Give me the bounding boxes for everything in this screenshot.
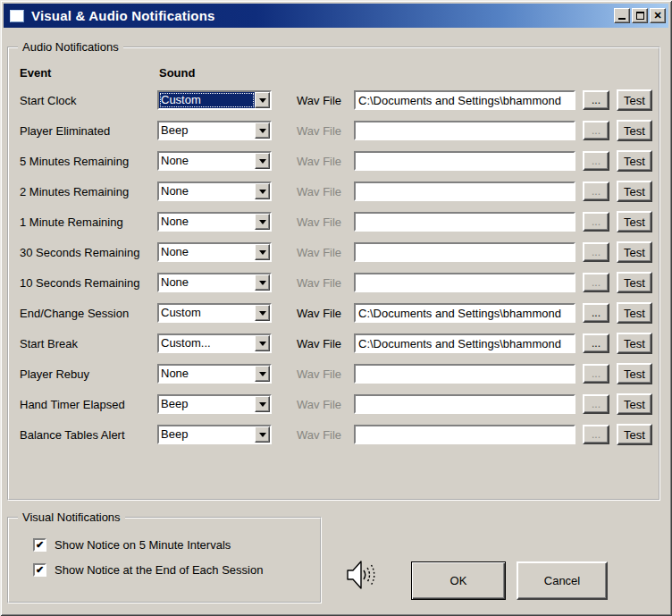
wav-file-label: Wav File xyxy=(297,337,354,350)
chevron-down-icon[interactable] xyxy=(255,426,270,443)
chevron-down-icon[interactable] xyxy=(255,335,270,351)
wav-file-label: Wav File xyxy=(297,428,354,442)
test-button[interactable]: Test xyxy=(617,302,652,324)
wav-file-input[interactable] xyxy=(354,121,575,140)
test-button[interactable]: Test xyxy=(617,120,652,141)
sound-select[interactable]: None xyxy=(157,151,272,171)
test-button[interactable]: Test xyxy=(617,181,652,202)
chevron-down-icon[interactable] xyxy=(255,274,270,291)
wav-file-input[interactable] xyxy=(354,212,575,232)
sound-select[interactable]: None xyxy=(157,242,272,262)
chevron-down-icon[interactable] xyxy=(255,305,270,321)
sound-select-value: None xyxy=(159,183,255,199)
wav-file-input[interactable] xyxy=(354,242,575,262)
sound-select[interactable]: Custom... xyxy=(157,333,272,353)
ok-button[interactable]: OK xyxy=(411,561,506,600)
minimize-button[interactable] xyxy=(614,8,630,23)
sound-select[interactable]: Beep xyxy=(157,394,272,414)
browse-button[interactable]: ... xyxy=(583,333,609,353)
maximize-button[interactable] xyxy=(632,8,648,23)
wav-file-input[interactable] xyxy=(354,181,575,201)
sound-select[interactable]: None xyxy=(157,181,272,201)
wav-file-label: Wav File xyxy=(297,307,354,320)
test-button[interactable]: Test xyxy=(617,333,652,354)
browse-button[interactable]: ... xyxy=(583,273,609,292)
sound-select[interactable]: Custom xyxy=(157,90,272,110)
wav-file-input[interactable] xyxy=(354,303,575,323)
end-session-checkbox[interactable]: ✔ xyxy=(33,563,46,577)
test-button[interactable]: Test xyxy=(617,89,652,111)
wav-file-input[interactable] xyxy=(354,425,575,444)
chevron-down-icon[interactable] xyxy=(255,214,270,230)
wav-file-label: Wav File xyxy=(297,155,354,168)
browse-button[interactable]: ... xyxy=(583,242,609,262)
browse-button[interactable]: ... xyxy=(583,425,609,444)
test-button[interactable]: Test xyxy=(617,424,652,445)
visual-group-legend: Visual Notifications xyxy=(18,511,125,525)
event-label: Player Rebuy xyxy=(20,367,157,381)
cancel-button[interactable]: Cancel xyxy=(517,561,608,600)
wav-file-label: Wav File xyxy=(297,185,354,198)
speaker-icon xyxy=(345,556,381,597)
sound-select[interactable]: Beep xyxy=(157,121,272,140)
sound-select[interactable]: None xyxy=(157,364,272,384)
wav-file-input[interactable] xyxy=(354,364,575,384)
browse-button[interactable]: ... xyxy=(583,212,609,232)
dropdown-arrow-glyph xyxy=(259,250,266,255)
dropdown-arrow-glyph xyxy=(259,281,266,285)
wav-file-label: Wav File xyxy=(297,398,354,411)
event-label: Start Clock xyxy=(20,94,157,107)
test-button[interactable]: Test xyxy=(617,393,652,415)
dropdown-arrow-glyph xyxy=(259,220,266,224)
wav-file-label: Wav File xyxy=(297,276,354,290)
wav-file-input[interactable] xyxy=(354,394,575,414)
title-bar[interactable]: Visual & Audio Notifications ✕ xyxy=(4,4,668,28)
sound-select[interactable]: Custom xyxy=(157,303,272,323)
test-button[interactable]: Test xyxy=(617,363,652,384)
chevron-down-icon[interactable] xyxy=(255,92,270,108)
browse-button[interactable]: ... xyxy=(583,181,609,201)
wav-file-input[interactable] xyxy=(354,273,575,292)
sound-select-value: None xyxy=(159,153,255,169)
chevron-down-icon[interactable] xyxy=(255,183,270,199)
wav-file-label: Wav File xyxy=(297,246,354,259)
event-label: 5 Minutes Remaining xyxy=(20,155,157,168)
audio-group-legend: Audio Notifications xyxy=(18,40,123,55)
sound-select[interactable]: Beep xyxy=(157,425,272,444)
dropdown-arrow-glyph xyxy=(259,129,266,133)
close-button[interactable]: ✕ xyxy=(650,8,666,23)
browse-button[interactable]: ... xyxy=(583,364,609,384)
wav-file-input[interactable] xyxy=(354,90,575,110)
test-button[interactable]: Test xyxy=(617,150,652,172)
sound-select-value: Custom... xyxy=(159,335,255,351)
test-button[interactable]: Test xyxy=(617,241,652,263)
wav-file-input[interactable] xyxy=(354,333,575,353)
dropdown-arrow-glyph xyxy=(259,98,266,103)
chevron-down-icon[interactable] xyxy=(255,244,270,260)
audio-row: 10 Seconds Remaining None Wav File ... T… xyxy=(20,272,652,293)
check-icon: ✔ xyxy=(36,565,44,575)
test-button[interactable]: Test xyxy=(617,272,652,293)
wav-file-input[interactable] xyxy=(354,151,575,171)
maximize-icon xyxy=(636,12,644,20)
browse-button[interactable]: ... xyxy=(583,90,609,110)
five-minute-interval-checkbox[interactable]: ✔ xyxy=(33,538,46,552)
close-icon: ✕ xyxy=(653,11,661,21)
browse-button[interactable]: ... xyxy=(583,303,609,323)
chevron-down-icon[interactable] xyxy=(255,366,270,382)
chevron-down-icon[interactable] xyxy=(255,122,270,139)
dropdown-arrow-glyph xyxy=(259,342,266,346)
chevron-down-icon[interactable] xyxy=(255,153,270,169)
wav-file-label: Wav File xyxy=(297,94,354,107)
wav-file-label: Wav File xyxy=(297,367,354,381)
sound-select[interactable]: None xyxy=(157,273,272,292)
end-session-label: Show Notice at the End of Each Session xyxy=(55,563,263,577)
browse-button[interactable]: ... xyxy=(583,151,609,171)
five-minute-interval-checkrow: ✔ Show Notice on 5 Minute Intervals xyxy=(33,538,231,552)
test-button[interactable]: Test xyxy=(617,211,652,232)
visual-notifications-group: Visual Notifications ✔ Show Notice on 5 … xyxy=(7,517,322,603)
browse-button[interactable]: ... xyxy=(583,121,609,140)
browse-button[interactable]: ... xyxy=(583,394,609,414)
chevron-down-icon[interactable] xyxy=(255,396,270,412)
sound-select[interactable]: None xyxy=(157,212,272,232)
